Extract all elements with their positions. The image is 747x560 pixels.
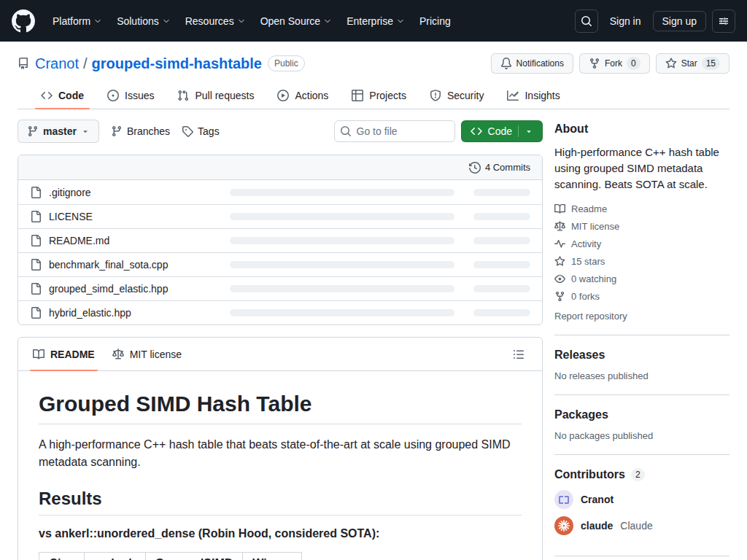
tab-pull-requests[interactable]: Pull requests bbox=[171, 84, 260, 109]
file-icon bbox=[30, 307, 42, 319]
tab-mit-license[interactable]: MIT license bbox=[104, 338, 190, 370]
readme-link[interactable]: Readme bbox=[554, 203, 729, 214]
file-link[interactable]: grouped_simd_elastic.hpp bbox=[30, 283, 230, 295]
repo-header: Cranot / grouped-simd-hashtable Public N… bbox=[0, 42, 747, 109]
github-logo-icon[interactable] bbox=[12, 9, 35, 33]
outline-button[interactable] bbox=[507, 343, 530, 366]
branches-link[interactable]: Branches bbox=[111, 125, 170, 137]
repo-separator: / bbox=[83, 55, 88, 72]
commits-link[interactable]: 4 Commits bbox=[485, 162, 530, 173]
header-right: Sign in Sign up bbox=[575, 9, 735, 33]
book-icon bbox=[33, 349, 44, 360]
tag-icon bbox=[182, 125, 193, 137]
commit-message-placeholder bbox=[230, 237, 473, 244]
file-icon bbox=[30, 235, 42, 246]
search-button[interactable] bbox=[575, 9, 598, 33]
table-row: hybrid_elastic.hpp bbox=[18, 300, 542, 324]
contributors-title[interactable]: Contributors 2 bbox=[554, 468, 729, 481]
search-icon bbox=[581, 15, 592, 27]
commit-message-placeholder bbox=[230, 213, 473, 220]
commit-date-placeholder bbox=[473, 261, 530, 268]
notifications-button[interactable]: Notifications bbox=[491, 53, 573, 74]
sign-up-button[interactable]: Sign up bbox=[653, 11, 706, 31]
button-divider bbox=[518, 125, 519, 137]
results-heading: Results bbox=[39, 489, 522, 516]
law-icon bbox=[554, 221, 565, 232]
book-icon bbox=[554, 203, 565, 214]
about-title: About bbox=[554, 122, 729, 136]
report-repository-link[interactable]: Report repository bbox=[554, 311, 729, 322]
releases-title[interactable]: Releases bbox=[554, 349, 729, 362]
branch-selector[interactable]: master bbox=[18, 120, 99, 143]
tab-security[interactable]: Security bbox=[424, 84, 490, 109]
avatar bbox=[554, 516, 573, 535]
history-icon bbox=[469, 162, 481, 174]
commit-message-placeholder bbox=[230, 189, 473, 196]
nav-solutions[interactable]: Solutions bbox=[111, 11, 177, 31]
releases-section: Releases No releases published bbox=[554, 349, 729, 395]
contributor-cranot[interactable]: Cranot bbox=[554, 490, 729, 509]
repo-name-link[interactable]: grouped-simd-hashtable bbox=[92, 55, 262, 72]
shield-icon bbox=[430, 90, 441, 101]
table-row: .gitignore bbox=[18, 180, 542, 204]
nav-resources[interactable]: Resources bbox=[179, 11, 252, 31]
claude-spark-icon bbox=[557, 519, 570, 532]
tab-issues[interactable]: Issues bbox=[101, 84, 160, 109]
avatar bbox=[554, 490, 573, 509]
go-to-file-wrapper bbox=[334, 120, 455, 142]
packages-title[interactable]: Packages bbox=[554, 408, 729, 421]
table-row: LICENSE bbox=[18, 204, 542, 228]
tab-code[interactable]: Code bbox=[35, 84, 90, 109]
contributor-claude[interactable]: claude Claude bbox=[554, 516, 729, 535]
table-row: grouped_simd_elastic.hpp bbox=[18, 276, 542, 300]
nav-open-source[interactable]: Open Source bbox=[255, 11, 338, 31]
file-link[interactable]: benchmark_final_sota.cpp bbox=[30, 259, 230, 271]
go-to-file-input[interactable] bbox=[334, 120, 455, 142]
fork-button[interactable]: Fork 0 bbox=[579, 53, 650, 74]
activity-link[interactable]: Activity bbox=[554, 238, 729, 249]
license-link[interactable]: MIT license bbox=[554, 221, 729, 232]
tab-insights[interactable]: Insights bbox=[501, 84, 565, 109]
nav-enterprise[interactable]: Enterprise bbox=[341, 11, 411, 31]
list-unordered-icon bbox=[513, 349, 525, 360]
commit-date-placeholder bbox=[473, 285, 530, 292]
readme-body: Grouped SIMD Hash Table A high-performan… bbox=[18, 371, 542, 560]
stars-link[interactable]: 15 stars bbox=[554, 256, 729, 267]
sidebar: About High-performance C++ hash table us… bbox=[554, 120, 729, 560]
nav-pricing[interactable]: Pricing bbox=[414, 11, 457, 31]
repo-owner-link[interactable]: Cranot bbox=[35, 55, 79, 72]
tab-readme[interactable]: README bbox=[24, 338, 104, 370]
file-link[interactable]: hybrid_elastic.hpp bbox=[30, 307, 230, 319]
fork-count: 0 bbox=[627, 57, 640, 70]
chevron-down-icon bbox=[323, 17, 332, 26]
forks-link[interactable]: 0 forks bbox=[554, 291, 729, 302]
appearance-settings-button[interactable] bbox=[712, 9, 735, 33]
issue-opened-icon bbox=[107, 90, 119, 101]
latest-commit-bar: 4 Commits bbox=[18, 155, 542, 180]
commit-date-placeholder bbox=[473, 189, 530, 196]
tab-actions[interactable]: Actions bbox=[271, 84, 334, 109]
play-icon bbox=[277, 90, 289, 101]
bell-icon bbox=[500, 58, 512, 69]
star-button[interactable]: Star 15 bbox=[656, 53, 729, 74]
file-link[interactable]: README.md bbox=[30, 235, 230, 246]
tab-projects[interactable]: Projects bbox=[346, 84, 412, 109]
main-content: master Branches Tags Code bbox=[0, 120, 747, 560]
tags-link[interactable]: Tags bbox=[182, 125, 220, 137]
file-link[interactable]: .gitignore bbox=[30, 187, 230, 198]
file-link[interactable]: LICENSE bbox=[30, 211, 230, 222]
sign-in-link[interactable]: Sign in bbox=[604, 12, 647, 31]
file-table: 4 Commits .gitignore LICENSE bbox=[18, 155, 543, 325]
code-download-button[interactable]: Code bbox=[461, 120, 543, 142]
repo-tabs: Code Issues Pull requests Actions Projec… bbox=[18, 84, 729, 109]
nav-platform[interactable]: Platform bbox=[47, 11, 108, 31]
about-section: About High-performance C++ hash table us… bbox=[554, 122, 729, 335]
readme-intro: A high-performance C++ hash table that b… bbox=[39, 436, 522, 471]
repo-icon bbox=[18, 58, 29, 69]
commit-message-placeholder bbox=[230, 261, 473, 268]
star-count: 15 bbox=[702, 57, 720, 70]
readme-header: README MIT license bbox=[18, 338, 542, 371]
watching-link[interactable]: 0 watching bbox=[554, 273, 729, 284]
eye-icon bbox=[554, 273, 565, 284]
star-icon bbox=[554, 256, 565, 267]
